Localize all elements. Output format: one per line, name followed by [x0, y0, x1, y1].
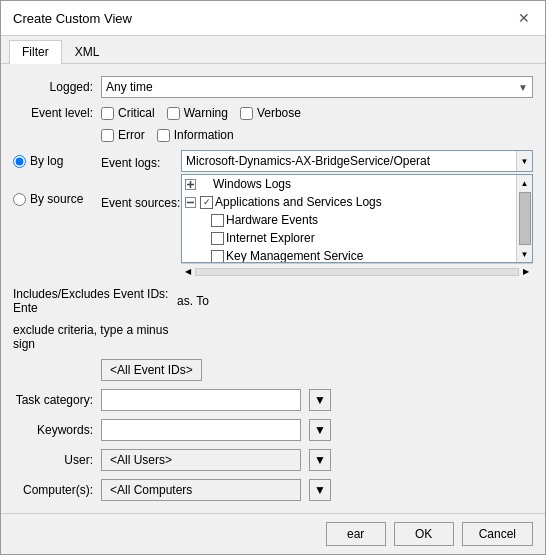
tree-checkbox-app-services[interactable]: ✓ [200, 196, 213, 209]
keywords-dropdown[interactable]: ▼ [309, 419, 331, 441]
tree-label-app-services: Applications and Services Logs [215, 195, 382, 209]
tree-item-app-services[interactable]: ✓Applications and Services Logs [182, 193, 532, 211]
ok-button[interactable]: OK [394, 522, 454, 546]
logged-value: Any time [106, 80, 153, 94]
warning-checkbox-item[interactable]: Warning [167, 106, 228, 120]
tree-item-key-management[interactable]: Key Management Service [182, 247, 532, 262]
event-level-label: Event level: [13, 106, 93, 120]
all-event-ids-button[interactable]: <All Event IDs> [101, 359, 202, 381]
expand-btn-app-services[interactable] [182, 194, 198, 210]
information-checkbox[interactable] [157, 129, 170, 142]
radio-tree-area: By log By source Event logs: Event sourc… [13, 150, 533, 279]
event-level-checkboxes2: Error Information [101, 128, 234, 142]
computer-label: Computer(s): [13, 483, 93, 497]
computer-dropdown[interactable]: ▼ [309, 479, 331, 501]
event-ids-note-row: exclude criteria, type a minus sign [13, 323, 533, 351]
scroll-left-arrow[interactable]: ◀ [185, 267, 191, 276]
error-checkbox-item[interactable]: Error [101, 128, 145, 142]
scroll-up-arrow[interactable]: ▲ [517, 175, 533, 191]
event-logs-dropdown-arrow[interactable]: ▼ [516, 151, 532, 171]
user-label: User: [13, 453, 93, 467]
tree-item-internet-explorer[interactable]: Internet Explorer [182, 229, 532, 247]
event-level-row: Event level: Critical Warning Verbose [13, 106, 533, 120]
logged-select-arrow: ▼ [518, 82, 528, 93]
user-button[interactable]: <All Users> [101, 449, 301, 471]
dialog-title: Create Custom View [13, 11, 132, 26]
scroll-right-arrow[interactable]: ▶ [523, 267, 529, 276]
keywords-input[interactable] [101, 419, 301, 441]
vertical-scrollbar[interactable]: ▲ ▼ [516, 175, 532, 262]
clear-button[interactable]: ear [326, 522, 386, 546]
tab-xml[interactable]: XML [62, 40, 113, 63]
information-checkbox-item[interactable]: Information [157, 128, 234, 142]
tree-scroll-area[interactable]: Windows Logs✓Applications and Services L… [182, 175, 532, 262]
by-log-radio[interactable] [13, 155, 26, 168]
tree-item-hardware-events[interactable]: Hardware Events [182, 211, 532, 229]
tree-checkbox-hardware-events[interactable] [211, 214, 224, 227]
tree-checkbox-key-management[interactable] [211, 250, 224, 263]
exclude-note: exclude criteria, type a minus sign [13, 323, 173, 351]
tree-label-windows-logs: Windows Logs [213, 177, 291, 191]
by-log-label: By log [30, 154, 63, 168]
verbose-checkbox-item[interactable]: Verbose [240, 106, 301, 120]
includes-note: as. To [177, 294, 209, 308]
task-category-row: Task category: ▼ [13, 389, 533, 411]
keywords-label: Keywords: [13, 423, 93, 437]
filter-content: Logged: Any time ▼ Event level: Critical… [1, 64, 545, 513]
tree-label-internet-explorer: Internet Explorer [226, 231, 315, 245]
includes-excludes-label: Includes/Excludes Event IDs: Ente [13, 287, 173, 315]
event-level-row2: Error Information [13, 128, 533, 142]
tree-checkbox-internet-explorer[interactable] [211, 232, 224, 245]
by-source-radio-item[interactable]: By source [13, 192, 101, 206]
task-category-input[interactable] [101, 389, 301, 411]
event-logs-label: Event logs: [101, 154, 181, 170]
event-level-checkboxes: Critical Warning Verbose [101, 106, 301, 120]
tree-label-key-management: Key Management Service [226, 249, 363, 262]
by-log-radio-item[interactable]: By log [13, 154, 101, 168]
all-event-ids-row: <All Event IDs> [13, 359, 533, 381]
expand-btn-windows-logs[interactable] [182, 176, 198, 192]
create-custom-view-dialog: Create Custom View ✕ Filter XML Logged: … [0, 0, 546, 555]
task-category-label: Task category: [13, 393, 93, 407]
tree-section: Microsoft-Dynamics-AX-BridgeService/Oper… [181, 150, 533, 279]
event-ids-row: Includes/Excludes Event IDs: Ente as. To [13, 287, 533, 315]
scroll-down-arrow[interactable]: ▼ [517, 246, 533, 262]
tab-filter[interactable]: Filter [9, 40, 62, 64]
keywords-row: Keywords: ▼ [13, 419, 533, 441]
expand-btn-hardware-events[interactable] [198, 212, 209, 228]
horizontal-scroll-area: ◀ ▶ [181, 263, 533, 279]
logged-label: Logged: [13, 80, 93, 94]
tree-nodes-container: Windows Logs✓Applications and Services L… [182, 175, 532, 262]
user-dropdown[interactable]: ▼ [309, 449, 331, 471]
tab-bar: Filter XML [1, 36, 545, 64]
computer-button[interactable]: <All Computers [101, 479, 301, 501]
expand-btn-key-management[interactable] [198, 248, 209, 262]
error-checkbox[interactable] [101, 129, 114, 142]
warning-label: Warning [184, 106, 228, 120]
scroll-thumb[interactable] [519, 192, 531, 245]
event-logs-bar[interactable]: Microsoft-Dynamics-AX-BridgeService/Oper… [181, 150, 533, 172]
close-button[interactable]: ✕ [515, 9, 533, 27]
logged-select[interactable]: Any time ▼ [101, 76, 533, 98]
critical-checkbox[interactable] [101, 107, 114, 120]
by-source-radio[interactable] [13, 193, 26, 206]
verbose-checkbox[interactable] [240, 107, 253, 120]
radio-column: By log By source [13, 150, 101, 279]
by-source-label: By source [30, 192, 83, 206]
computer-row: Computer(s): <All Computers ▼ [13, 479, 533, 501]
expand-btn-internet-explorer[interactable] [198, 230, 209, 246]
dialog-buttons: ear OK Cancel [1, 513, 545, 554]
cancel-button[interactable]: Cancel [462, 522, 533, 546]
critical-checkbox-item[interactable]: Critical [101, 106, 155, 120]
information-label: Information [174, 128, 234, 142]
verbose-label: Verbose [257, 106, 301, 120]
warning-checkbox[interactable] [167, 107, 180, 120]
user-row: User: <All Users> ▼ [13, 449, 533, 471]
title-bar: Create Custom View ✕ [1, 1, 545, 36]
task-category-dropdown[interactable]: ▼ [309, 389, 331, 411]
critical-label: Critical [118, 106, 155, 120]
event-logs-value: Microsoft-Dynamics-AX-BridgeService/Oper… [182, 154, 516, 168]
horizontal-scrollbar[interactable] [195, 268, 519, 276]
tree-item-windows-logs[interactable]: Windows Logs [182, 175, 532, 193]
logged-row: Logged: Any time ▼ [13, 76, 533, 98]
